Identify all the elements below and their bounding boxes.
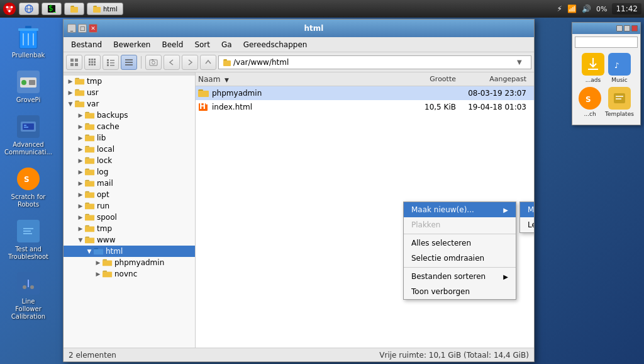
tree-item-opt[interactable]: ▶ opt xyxy=(64,189,195,200)
tree-expand-html[interactable]: ▼ xyxy=(85,247,94,256)
tree-expand-cache[interactable]: ▶ xyxy=(76,122,85,131)
ctx-bestanden-sort[interactable]: Bestanden sorteren ▶ xyxy=(404,269,516,284)
tree-item-usr[interactable]: ▶ usr xyxy=(64,87,195,98)
tree-expand-var[interactable]: ▼ xyxy=(66,100,75,108)
col-header-name[interactable]: Naam ▼ xyxy=(198,75,406,84)
menu-beeld[interactable]: Beeld xyxy=(157,39,188,50)
tree-expand-novnc[interactable]: ▶ xyxy=(94,270,103,278)
tree-item-mail[interactable]: ▶ mail xyxy=(64,178,195,189)
tree-expand-tmp1[interactable]: ▶ xyxy=(66,77,75,86)
svg-rect-55 xyxy=(107,59,109,61)
menu-ga[interactable]: Ga xyxy=(216,39,237,50)
taskbar-browser-btn[interactable] xyxy=(19,3,39,15)
sw-icon-downloads[interactable]: ...ads xyxy=(582,53,604,83)
folder-icon-var xyxy=(75,100,85,108)
ctx-selectie-omdr[interactable]: Selectie omdraaien xyxy=(404,251,516,266)
svg-rect-58 xyxy=(110,62,114,64)
tree-expand-mail[interactable]: ▶ xyxy=(76,179,85,188)
tb-btn-list-view[interactable] xyxy=(121,55,137,70)
folder-icon-tmp1 xyxy=(75,77,85,86)
fm-maximize-btn[interactable]: □ xyxy=(78,24,87,33)
ctx-toon-verborgen[interactable]: Toon verborgen xyxy=(404,284,516,299)
tree-expand-var-tmp[interactable]: ▶ xyxy=(76,224,85,233)
tree-item-tmp1[interactable]: ▶ tmp xyxy=(64,76,195,87)
col-header-date[interactable]: Aangepast xyxy=(456,75,531,83)
sw-icon-templates[interactable]: Templates xyxy=(605,87,634,117)
sw-icon-scratch[interactable]: S ...ch xyxy=(579,87,601,117)
raspberry-pi-menu-btn[interactable] xyxy=(3,2,16,16)
desktop-icon-scratch[interactable]: S Scratch for Robots xyxy=(7,164,50,211)
taskbar-terminal-btn[interactable]: $_ xyxy=(42,3,62,15)
fm-minimize-btn[interactable]: _ xyxy=(67,24,76,33)
tree-expand-www[interactable]: ▼ xyxy=(76,236,85,244)
tree-item-var-tmp[interactable]: ▶ tmp xyxy=(64,223,195,234)
tree-item-html[interactable]: ▼ html xyxy=(64,246,195,257)
tree-label-tmp1: tmp xyxy=(87,77,102,86)
tree-item-var[interactable]: ▼ var xyxy=(64,98,195,110)
tree-item-log[interactable]: ▶ log xyxy=(64,166,195,178)
tb-btn-small-icon-view[interactable] xyxy=(84,55,101,70)
wifi-icon[interactable]: 📶 xyxy=(567,4,577,13)
ctx-maak-nieuw[interactable]: Maak nieuw(e)... ▶ xyxy=(404,202,516,217)
tb-btn-detail-view[interactable] xyxy=(103,55,119,70)
submenu-leeg-bestand[interactable]: Leeg bestand xyxy=(520,217,534,232)
tree-item-cache[interactable]: ▶ cache xyxy=(64,121,195,132)
tb-btn-up[interactable] xyxy=(200,55,216,70)
desktop-icon-grovepi[interactable]: GrovePi xyxy=(7,67,50,106)
tree-item-backups[interactable]: ▶ backups xyxy=(64,110,195,121)
tree-expand-lib[interactable]: ▶ xyxy=(76,134,85,142)
second-window-search-input[interactable] xyxy=(575,37,638,48)
desktop-icon-linefollower[interactable]: Line Follower Calibration xyxy=(7,268,50,323)
address-dropdown-btn[interactable]: ▼ xyxy=(517,59,527,65)
tree-item-spool[interactable]: ▶ spool xyxy=(64,212,195,223)
submenu-map[interactable]: Map xyxy=(520,202,534,217)
ctx-alles-select[interactable]: Alles selecteren xyxy=(404,236,516,251)
tree-expand-spool[interactable]: ▶ xyxy=(76,213,85,222)
tree-expand-phpmyadmin[interactable]: ▶ xyxy=(94,258,103,267)
taskbar-files-btn[interactable] xyxy=(64,3,84,15)
file-item-phpmyadmin[interactable]: phpmyadmin 08-03-19 23:07 xyxy=(196,86,534,100)
tree-expand-lock[interactable]: ▶ xyxy=(76,156,85,165)
second-window-min-btn[interactable] xyxy=(616,25,623,31)
desktop-icon-adv-comm[interactable]: Advanced Communicati... xyxy=(7,111,50,159)
svg-rect-71 xyxy=(85,113,94,118)
tree-item-novnc[interactable]: ▶ novnc xyxy=(64,268,195,280)
tree-item-lock[interactable]: ▶ lock xyxy=(64,155,195,166)
tree-expand-usr[interactable]: ▶ xyxy=(66,88,75,97)
taskbar-html-btn[interactable]: html xyxy=(87,3,123,15)
tree-expand-backups[interactable]: ▶ xyxy=(76,111,85,120)
tree-item-www[interactable]: ▼ www xyxy=(64,234,195,246)
address-input[interactable] xyxy=(233,58,517,67)
tb-btn-icon-view[interactable] xyxy=(66,55,82,70)
tree-expand-log[interactable]: ▶ xyxy=(76,168,85,176)
second-window-content: ...ads ♪ Music S xyxy=(572,34,640,125)
sw-icon-music[interactable]: ♪ Music xyxy=(608,53,631,83)
second-window-close-btn[interactable] xyxy=(631,25,638,31)
file-item-index-html[interactable]: HTML index.html 10,5 KiB 19-04-18 01:03 xyxy=(196,100,534,114)
ctx-plakken[interactable]: Plakken xyxy=(404,217,516,232)
menu-bewerken[interactable]: Bewerken xyxy=(108,39,155,50)
tree-expand-opt[interactable]: ▶ xyxy=(76,190,85,199)
menu-sort[interactable]: Sort xyxy=(189,39,215,50)
menu-gereedschappen[interactable]: Gereedschappen xyxy=(238,39,313,50)
menu-bestand[interactable]: Bestand xyxy=(66,39,107,50)
tb-btn-camera[interactable] xyxy=(145,55,162,70)
tb-btn-forward[interactable] xyxy=(182,55,198,70)
desktop-icon-test[interactable]: Test and Troubleshoot xyxy=(7,216,50,263)
volume-icon[interactable]: 🔊 xyxy=(582,4,591,13)
col-header-size[interactable]: Grootte xyxy=(406,75,456,83)
tree-item-phpmyadmin[interactable]: ▶ phpmyadmin xyxy=(64,257,195,268)
svg-rect-64 xyxy=(150,60,157,65)
desktop-icon-trash[interactable]: Prullenbak xyxy=(7,22,50,62)
tree-expand-local[interactable]: ▶ xyxy=(76,145,85,154)
tb-btn-back[interactable] xyxy=(164,55,180,70)
fm-close-btn[interactable]: ✕ xyxy=(89,24,97,33)
tree-expand-run[interactable]: ▶ xyxy=(76,202,85,210)
tree-item-run[interactable]: ▶ run xyxy=(64,200,195,212)
bluetooth-icon[interactable]: ⚡ xyxy=(557,4,562,13)
svg-rect-49 xyxy=(89,61,91,63)
second-window-max-btn[interactable] xyxy=(624,25,630,31)
tree-item-lib[interactable]: ▶ lib xyxy=(64,132,195,144)
svg-point-2 xyxy=(6,6,9,8)
tree-item-local[interactable]: ▶ local xyxy=(64,144,195,155)
